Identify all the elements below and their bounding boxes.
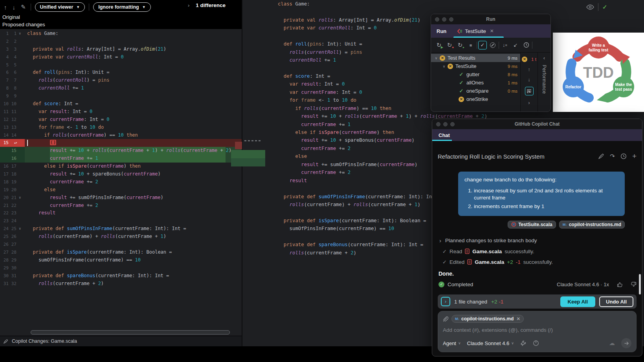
test-tree-item-allones[interactable]: ✓allOnes1 ms xyxy=(431,79,520,87)
remove-chip-icon[interactable]: ✕ xyxy=(516,316,520,322)
close-tab-icon[interactable]: ✕ xyxy=(490,28,494,34)
sort-icon[interactable]: ↓≡ xyxy=(500,40,510,50)
diff-row[interactable]: 1718 result += 10 + spareBonus(currentFr… xyxy=(0,170,242,178)
vertical-scrollbar[interactable] xyxy=(639,274,641,294)
diff-row[interactable]: 2223 result xyxy=(0,209,242,217)
expand-rail-icon[interactable]: › xyxy=(528,100,530,106)
expand-changes-button[interactable]: › xyxy=(441,297,450,306)
diff-row[interactable]: 2324 xyxy=(0,217,242,225)
mode-selector[interactable]: Agent ∨ xyxy=(443,340,461,346)
cloud-icon[interactable]: ☁ xyxy=(609,340,615,347)
diff-row[interactable]: 11∨class Game: xyxy=(0,30,242,38)
test-tree-item-onespare[interactable]: ✓oneSpare0 ms xyxy=(431,87,520,95)
diff-row[interactable]: 66 def roll(pins: Int): Unit = xyxy=(0,69,242,77)
chat-input-card[interactable]: M↓ copilot-instructions.md ✕ Add context… xyxy=(438,311,637,352)
diff-row[interactable]: 44 private var currentRoll: Int = 0 xyxy=(0,53,242,61)
viewer-mode-dropdown[interactable]: Unified viewer ▼ xyxy=(35,2,85,12)
fold-icon[interactable]: ∨ xyxy=(19,225,21,233)
usage-gauge-icon[interactable] xyxy=(533,340,539,346)
diff-row[interactable]: 2728 private def isSpare(currentFrame: I… xyxy=(0,249,242,256)
show-ignored-icon[interactable] xyxy=(488,40,497,50)
soft-wrap-icon[interactable] xyxy=(525,87,534,95)
keep-all-button[interactable]: Keep All xyxy=(560,296,596,307)
diff-row[interactable]: 2930 xyxy=(0,264,242,272)
revert-icon[interactable]: ↩ xyxy=(14,139,17,147)
stop-icon[interactable]: ■ xyxy=(466,40,475,50)
diff-row[interactable]: 77 rolls(currentRoll) = pins xyxy=(0,77,242,84)
next-difference-button[interactable]: ↓ xyxy=(12,4,17,11)
rerun-icon[interactable]: ↻▶ xyxy=(434,40,444,50)
diff-row[interactable]: 33 private val rolls: Array[Int] = Array… xyxy=(0,46,242,53)
diff-row[interactable]: 1414 if rolls(currentFrame) == 10 then xyxy=(0,132,242,139)
navigate-icon[interactable]: ↙ xyxy=(511,40,520,50)
chevron-right-icon[interactable]: › xyxy=(439,237,441,244)
diff-code[interactable]: 11∨class Game:22 33 private val rolls: A… xyxy=(0,30,242,287)
next-failed-test-icon[interactable]: ↓ xyxy=(528,77,530,82)
fold-icon[interactable]: ∨ xyxy=(19,30,21,38)
tools-icon[interactable] xyxy=(520,340,527,346)
diff-row-add[interactable]: 15 result += 10 + rolls(currentFrame + 1… xyxy=(0,147,242,155)
edit-icon[interactable]: ✎ xyxy=(20,4,27,11)
diff-row[interactable]: 2526 rolls(currentFrame) + rolls(current… xyxy=(0,233,242,241)
diff-row[interactable]: 99 xyxy=(0,92,242,100)
chevron-down-icon[interactable]: ∨ xyxy=(442,64,446,68)
attachment-copilot-instructions[interactable]: M↓ copilot-instructions.md xyxy=(559,221,625,229)
diff-row[interactable]: 1111 var result: Int = 0 xyxy=(0,108,242,116)
context-chip-copilot-instructions[interactable]: M↓ copilot-instructions.md ✕ xyxy=(451,315,524,323)
chevron-right-icon[interactable]: › xyxy=(188,2,189,8)
retry-icon[interactable]: ↷ xyxy=(610,153,615,160)
diff-row[interactable]: 1819 currentFrame += 2 xyxy=(0,178,242,186)
send-button[interactable] xyxy=(621,338,631,348)
test-tree-item-gutter[interactable]: ✓gutter8 ms xyxy=(431,70,520,79)
formatting-dropdown[interactable]: Ignore formatting ▼ xyxy=(93,2,150,12)
fold-icon[interactable]: ∨ xyxy=(19,194,21,202)
diff-row[interactable]: 3132 rolls(currentFrame + 2) xyxy=(0,280,242,288)
thumbs-up-icon[interactable] xyxy=(617,282,623,287)
diff-row[interactable]: 2122 currentFrame += 2 xyxy=(0,202,242,210)
test-tree-item-testsuite[interactable]: ∨✕TestSuite9 ms xyxy=(431,62,520,70)
rerun-failed-tests-icon[interactable]: ↻● xyxy=(445,40,454,50)
horizontal-scrollbar[interactable] xyxy=(31,330,230,335)
attachment-testsuite-scala[interactable]: TestSuite.scala xyxy=(508,221,556,229)
history-icon[interactable] xyxy=(620,153,627,159)
tab-testsuite[interactable]: TestSuite ✕ xyxy=(457,28,494,34)
diff-row[interactable]: 1313 for frame <- 1 to 10 do xyxy=(0,124,242,132)
tab-chat[interactable]: Chat xyxy=(439,132,450,138)
chevron-down-icon[interactable]: ∨ xyxy=(434,56,438,60)
new-chat-icon[interactable]: + xyxy=(632,152,637,161)
diff-row[interactable]: 1920 else xyxy=(0,186,242,194)
diff-row[interactable]: 2627 xyxy=(0,241,242,249)
test-tree-item-onestrike[interactable]: ✕oneStrike xyxy=(431,95,520,103)
no-problems-icon[interactable]: ✓ xyxy=(602,4,607,11)
diff-row-add[interactable]: 16 currentFrame += 1 xyxy=(0,155,242,163)
step-filename[interactable]: Game.scala xyxy=(472,249,502,254)
run-titlebar[interactable]: Run xyxy=(431,14,550,24)
previous-difference-button[interactable]: ↑ xyxy=(3,4,8,11)
diff-row[interactable]: 2425∨ private def sumOfPinsInFrame(curre… xyxy=(0,225,242,233)
model-selector[interactable]: Claude Sonnet 4.6 ∨ xyxy=(467,340,514,346)
eye-icon[interactable] xyxy=(586,4,594,10)
test-tree-item-test-results[interactable]: ∨✕Test Results9 ms xyxy=(431,54,520,62)
diff-row[interactable]: 1617 else if isSpare(currentFrame) then xyxy=(0,163,242,170)
diff-row[interactable]: 22 xyxy=(0,38,242,46)
tab-performance[interactable]: Performance xyxy=(541,65,547,94)
planned-changes-row[interactable]: › Planned changes to strike branch body xyxy=(438,237,637,244)
diff-row[interactable]: 1010 def score: Int = xyxy=(0,100,242,108)
diff-row[interactable]: 2021∨ result += sumOfPinsInFrame(current… xyxy=(0,194,242,202)
show-passed-icon[interactable]: ✓ xyxy=(478,41,487,49)
diff-row[interactable]: 88 currentRoll += 1 xyxy=(0,84,242,92)
paperclip-icon[interactable] xyxy=(443,316,448,322)
diff-row[interactable]: 2829 sumOfPinsInFrame(currentFrame) == 1… xyxy=(0,256,242,264)
previous-failed-test-icon[interactable]: ↑ xyxy=(528,66,530,72)
diff-row-del[interactable]: 15↩ () xyxy=(0,139,242,147)
step-filename[interactable]: Game.scala xyxy=(475,259,504,265)
undo-all-button[interactable]: Undo All xyxy=(599,296,633,307)
quill-icon[interactable] xyxy=(598,153,604,159)
diff-row[interactable]: 3031 private def spareBonus(currentFrame… xyxy=(0,272,242,280)
chat-input-placeholder[interactable]: Add context (#), extensions (@), command… xyxy=(443,327,631,333)
collapse-strip-icon[interactable]: ‹ xyxy=(543,55,545,61)
diff-row[interactable]: 1212 var currentFrame: Int = 0 xyxy=(0,116,242,124)
test-history-icon[interactable] xyxy=(521,40,531,50)
chat-titlebar[interactable]: GitHub Copilot Chat xyxy=(432,119,642,129)
thumbs-down-icon[interactable] xyxy=(631,282,637,287)
